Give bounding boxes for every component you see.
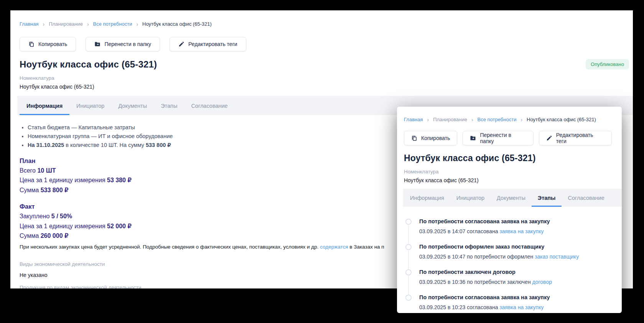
- fact-sum-label: Сумма: [20, 232, 41, 239]
- overlay-tabbar: Информация Инициатор Документы Этапы Сог…: [403, 189, 622, 207]
- copy-button[interactable]: Копировать: [20, 37, 76, 51]
- note-orders-link[interactable]: содержатся: [320, 244, 348, 250]
- overlay-toolbar: Копировать Перенести в папку Редактирова…: [404, 131, 612, 145]
- pencil-icon: [546, 135, 552, 141]
- pencil-icon: [178, 41, 184, 47]
- tab-initiator[interactable]: Инициатор: [450, 189, 491, 207]
- plan-unit-price-label: Цена за 1 единицу измерения: [20, 177, 107, 183]
- plan-sum-value: 533 800 ₽: [41, 187, 68, 193]
- breadcrumb: Главная › Планирование › Все потребности…: [20, 21, 624, 27]
- overlay-title: Ноутбук класса офис (65-321): [404, 153, 536, 163]
- bullet-sum: 533 800 ₽: [146, 142, 171, 148]
- tab-documents[interactable]: Документы: [111, 96, 154, 115]
- supplier-order-link[interactable]: заказ поставщику: [535, 254, 579, 260]
- timeline-item: По потребности согласована заявка на зак…: [405, 294, 612, 313]
- bullet-mid-text: в количестве 10 ШТ. На сумму: [64, 142, 146, 148]
- chevron-right-icon: ›: [427, 117, 429, 122]
- tab-stages[interactable]: Этапы: [532, 189, 562, 207]
- breadcrumb-link-home[interactable]: Главная: [20, 21, 38, 27]
- page-title: Ноутбук класса офис (65-321): [20, 59, 157, 70]
- chevron-right-icon: ›: [136, 21, 138, 27]
- note-text: При нескольких закупках цена будет усред…: [20, 244, 320, 250]
- stages-timeline: По потребности согласована заявка на зак…: [404, 218, 612, 313]
- tab-information[interactable]: Информация: [404, 189, 450, 207]
- copy-button-label: Копировать: [421, 135, 450, 141]
- timeline-item-text: 03.09.2025 в 10:47 по потребности оформл…: [419, 254, 535, 260]
- tab-information[interactable]: Информация: [20, 96, 69, 115]
- copy-button[interactable]: Копировать: [404, 131, 457, 145]
- move-to-folder-button[interactable]: Перенести в папку: [86, 37, 160, 51]
- chevron-right-icon: ›: [87, 21, 89, 27]
- overlay-breadcrumb: Главная › Планирование › Все потребности…: [404, 117, 612, 122]
- toolbar: Копировать Перенести в папку Редактирова…: [20, 37, 624, 51]
- chevron-right-icon: ›: [471, 117, 473, 122]
- fact-purchased-label: Закуплено: [20, 213, 51, 219]
- copy-icon: [411, 135, 417, 141]
- edit-tags-button-label: Редактировать теги: [188, 41, 237, 47]
- breadcrumb-link-home[interactable]: Главная: [404, 117, 423, 122]
- nomenclature-value: Ноутбук класса офис (65-321): [20, 84, 624, 90]
- nomenclature-label: Номенклатура: [20, 75, 624, 81]
- breadcrumb-item-planning: Планирование: [433, 117, 467, 122]
- timeline-item-description: 03.09.2025 в 10:47 по потребности оформл…: [419, 254, 612, 260]
- folder-move-icon: [470, 135, 476, 141]
- fact-purchased-value: 5 / 50%: [51, 213, 72, 219]
- contract-link[interactable]: договор: [532, 279, 552, 285]
- timeline-item-title: По потребности заключен договор: [419, 269, 612, 275]
- breadcrumb-link-all-needs[interactable]: Все потребности: [478, 117, 517, 122]
- tab-documents[interactable]: Документы: [491, 189, 532, 207]
- tab-stages[interactable]: Этапы: [154, 96, 184, 115]
- timeline-item-title: По потребности согласована заявка на зак…: [419, 218, 612, 224]
- purchase-request-link[interactable]: заявка на закупку: [499, 304, 544, 310]
- nomenclature-label: Номенклатура: [404, 169, 612, 175]
- tab-approval[interactable]: Согласование: [184, 96, 234, 115]
- plan-total-value: 10 ШТ: [37, 167, 56, 174]
- edit-tags-button[interactable]: Редактировать теги: [170, 37, 246, 51]
- timeline-item: По потребности оформлен заказ поставщику…: [405, 244, 612, 269]
- timeline-item-description: 03.09.2025 в 10:23 согласована заявка на…: [419, 304, 612, 310]
- timeline-item-text: 03.09.2025 в 10:23 согласована: [419, 304, 499, 310]
- note-text-tail: в Заказах на п: [348, 244, 384, 250]
- breadcrumb-item-planning: Планирование: [49, 21, 83, 27]
- timeline-item-title: По потребности оформлен заказ поставщику: [419, 244, 612, 250]
- timeline-item-title: По потребности согласована заявка на зак…: [419, 294, 612, 300]
- status-badge: Опубликовано: [586, 59, 629, 69]
- timeline-item-description: 03.09.2025 в 14:07 согласована заявка на…: [419, 228, 612, 234]
- purchase-request-link[interactable]: заявка на закупку: [499, 228, 544, 234]
- plan-unit-price-value: 53 380 ₽: [107, 177, 132, 183]
- detail-overlay-card: Главная › Планирование › Все потребности…: [397, 107, 622, 313]
- chevron-right-icon: ›: [520, 117, 522, 122]
- timeline-item-text: 03.09.2025 в 14:07 согласована: [419, 228, 499, 234]
- plan-total-label: Всего: [20, 167, 37, 174]
- bullet-date: На 31.10.2025: [28, 142, 64, 148]
- chevron-right-icon: ›: [43, 21, 44, 27]
- copy-icon: [28, 41, 35, 47]
- folder-move-icon: [94, 41, 100, 47]
- fact-sum-value: 260 000 ₽: [41, 232, 68, 239]
- fact-unit-price-label: Цена за 1 единицу измерения: [20, 223, 107, 229]
- timeline-item: По потребности согласована заявка на зак…: [405, 218, 612, 244]
- move-to-folder-button[interactable]: Перенести в папку: [463, 131, 533, 145]
- copy-button-label: Копировать: [38, 41, 67, 47]
- fact-unit-price-value: 52 000 ₽: [107, 223, 132, 229]
- breadcrumb-link-all-needs[interactable]: Все потребности: [93, 21, 132, 27]
- move-to-folder-button-label: Перенести в папку: [104, 41, 151, 47]
- breadcrumb-current: Ноутбук класса офис (65-321): [142, 21, 212, 27]
- tab-initiator[interactable]: Инициатор: [69, 96, 111, 115]
- move-to-folder-button-label: Перенести в папку: [480, 132, 526, 144]
- plan-sum-label: Сумма: [20, 187, 41, 193]
- tab-approval[interactable]: Согласование: [562, 189, 610, 207]
- nomenclature-value: Ноутбук класса офис (65-321): [404, 177, 612, 183]
- edit-tags-button-label: Редактировать теги: [556, 132, 604, 144]
- timeline-item: По потребности заключен договор 03.09.20…: [405, 269, 612, 294]
- timeline-item-text: 03.09.2025 в 10:36 по потребности заключ…: [419, 279, 532, 285]
- timeline-item-description: 03.09.2025 в 10:36 по потребности заключ…: [419, 279, 612, 285]
- breadcrumb-current: Ноутбук класса офис (65-321): [527, 117, 596, 122]
- edit-tags-button[interactable]: Редактировать теги: [539, 131, 612, 145]
- desktop-background: { "breadcrumb": { "separator": "›", "ite…: [0, 0, 644, 323]
